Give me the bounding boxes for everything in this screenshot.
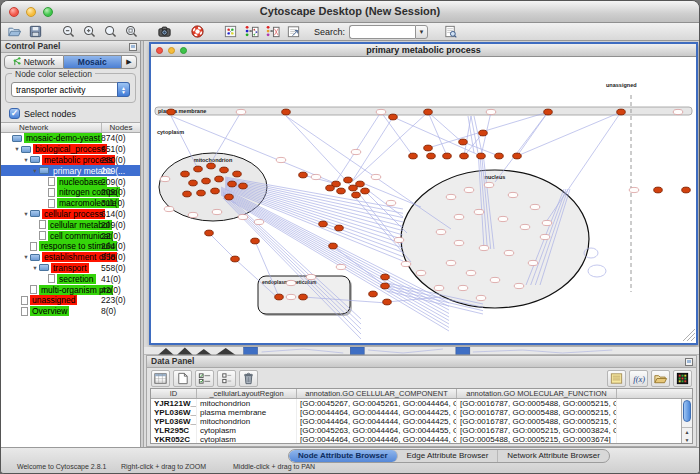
network-node[interactable]: [654, 187, 663, 193]
column-cellular-layout-region[interactable]: _cellularLayoutRegion: [197, 389, 297, 398]
network-node[interactable]: [276, 157, 286, 162]
network-node[interactable]: [349, 185, 358, 191]
tree-row[interactable]: mosaic-demo-yeast874(0): [1, 133, 140, 144]
annotation-button[interactable]: [283, 23, 304, 40]
tree-row[interactable]: ▼biological_process651(0): [1, 144, 140, 155]
network-node[interactable]: [617, 109, 626, 115]
tree-row[interactable]: macromolecule311(0): [1, 198, 140, 209]
network-node[interactable]: [299, 172, 308, 178]
network-node[interactable]: [454, 240, 464, 245]
resize-grip-icon[interactable]: [683, 329, 695, 341]
zoom-in-button[interactable]: [79, 23, 100, 40]
tree-row[interactable]: ▼primary metabo209(...: [1, 165, 140, 176]
data-panel-float-icon[interactable]: [685, 358, 693, 366]
network-node[interactable]: [225, 194, 234, 200]
network-node[interactable]: [254, 219, 264, 224]
network-node[interactable]: [466, 270, 476, 275]
table-row[interactable]: YPL036W__1mitochondrion[GO:0044464, GO:0…: [151, 417, 692, 426]
network-node[interactable]: [416, 270, 426, 275]
column-go-molecular-function[interactable]: annotation.GO MOLECULAR_FUNCTION: [457, 389, 617, 398]
new-attribute-button[interactable]: [173, 370, 192, 387]
network-node[interactable]: [299, 294, 308, 300]
network-node[interactable]: [434, 285, 444, 290]
network-node[interactable]: [351, 149, 361, 154]
column-go-cellular-component[interactable]: annotation.GO CELLULAR_COMPONENT: [297, 389, 457, 398]
network-node[interactable]: [286, 294, 296, 299]
network-node[interactable]: [629, 187, 639, 192]
create-network-button[interactable]: [220, 23, 241, 40]
network-node[interactable]: [207, 163, 216, 169]
network-node[interactable]: [458, 285, 468, 290]
tree-row[interactable]: ▼cellular process614(0): [1, 209, 140, 220]
network-node[interactable]: [344, 177, 353, 183]
tree-row[interactable]: Overview8(0): [1, 306, 140, 317]
tab-network[interactable]: Network: [4, 55, 64, 69]
network-node[interactable]: [239, 183, 248, 189]
tree-row[interactable]: ▼transport558(0): [1, 263, 140, 274]
network-node[interactable]: [495, 153, 504, 159]
expander-icon[interactable]: ▼: [22, 157, 30, 163]
table-row[interactable]: YPL036W__2plasma membrane[GO:0044464, GO…: [151, 408, 692, 417]
network-node[interactable]: [424, 145, 433, 151]
network-node[interactable]: [160, 176, 170, 181]
snapshot-button[interactable]: [154, 23, 175, 40]
network-node[interactable]: [490, 277, 500, 282]
network-node[interactable]: [369, 291, 378, 297]
tree-row[interactable]: cell communicat22(0): [1, 230, 140, 241]
network-node[interactable]: [508, 192, 518, 197]
tree-row[interactable]: cellular metabol209(0): [1, 219, 140, 230]
tree-row[interactable]: response to stimulu264(0): [1, 241, 140, 252]
network-node[interactable]: [164, 206, 174, 211]
network-node[interactable]: [205, 230, 214, 236]
network-node[interactable]: [443, 153, 452, 159]
tree-row[interactable]: nitrogen compo209(0): [1, 187, 140, 198]
network-minimize-button[interactable]: [168, 47, 175, 54]
network-node[interactable]: [181, 171, 190, 177]
network-view-window[interactable]: primary metabolic process plasma membran…: [149, 42, 698, 345]
network-node[interactable]: [251, 238, 260, 244]
network-node[interactable]: [329, 243, 338, 249]
tab-network-attribute-browser[interactable]: Network Attribute Browser: [498, 450, 608, 462]
network-node[interactable]: [514, 283, 524, 288]
minimize-button[interactable]: [26, 7, 36, 17]
open-file-button[interactable]: [4, 23, 25, 40]
tab-mosaic[interactable]: Mosaic: [64, 55, 123, 69]
attribute-list-button[interactable]: [607, 370, 626, 387]
tree-row[interactable]: ▼metabolic process280(0): [1, 155, 140, 166]
network-node[interactable]: [228, 181, 237, 187]
tree-row[interactable]: secretion41(0): [1, 273, 140, 284]
network-node[interactable]: [282, 109, 291, 115]
network-node[interactable]: [682, 187, 691, 193]
network-node[interactable]: [352, 192, 361, 198]
network-node[interactable]: [409, 153, 418, 159]
network-node[interactable]: [188, 212, 198, 217]
network-node[interactable]: [486, 109, 496, 114]
network-node[interactable]: [394, 237, 404, 242]
network-node[interactable]: [477, 153, 486, 159]
network-node[interactable]: [427, 153, 436, 159]
delete-attribute-button[interactable]: [239, 370, 258, 387]
zoom-fit-button[interactable]: [100, 23, 121, 40]
table-row[interactable]: YLR295Ccytoplasm[GO:0045263, GO:0044464,…: [151, 426, 692, 435]
attribute-options-button[interactable]: [217, 370, 236, 387]
network-node[interactable]: [319, 221, 328, 227]
network-node[interactable]: [197, 190, 206, 196]
column-id[interactable]: ID: [151, 389, 197, 398]
zoom-button[interactable]: [43, 7, 53, 17]
network-node[interactable]: [446, 260, 456, 265]
network-node[interactable]: [474, 209, 484, 214]
network-close-button[interactable]: [156, 47, 163, 54]
network-node[interactable]: [673, 109, 683, 114]
network-node[interactable]: [231, 256, 240, 262]
network-node[interactable]: [335, 225, 344, 231]
network-node[interactable]: [326, 185, 335, 191]
table-scrollbar[interactable]: ▲▼: [681, 399, 692, 443]
network-node[interactable]: [386, 200, 396, 205]
network-node[interactable]: [513, 153, 522, 159]
network-node[interactable]: [479, 130, 488, 136]
network-node[interactable]: [202, 178, 211, 184]
table-row[interactable]: YJR121W__1mitochondrion[GO:0045267, GO:0…: [151, 399, 692, 408]
edge-attribute-mapper-button[interactable]: [262, 23, 283, 40]
network-node[interactable]: [389, 114, 398, 120]
network-node[interactable]: [286, 280, 296, 285]
